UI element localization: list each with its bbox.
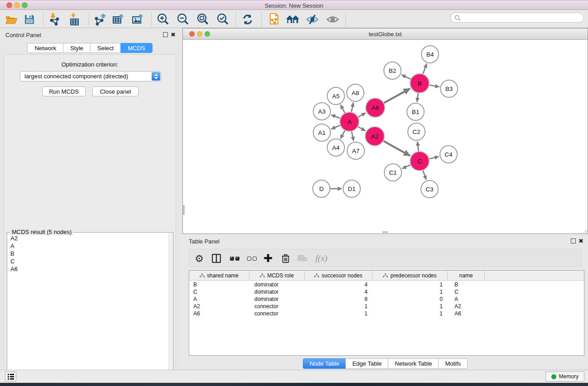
zoom-fit-icon[interactable] (195, 12, 210, 27)
graph-node-label: A1 (318, 129, 326, 136)
network-from-document-icon[interactable] (266, 12, 282, 27)
desktop-background (0, 383, 588, 386)
cell: 4 (305, 281, 373, 288)
column-header-name[interactable]: name (448, 271, 485, 281)
deselect-all-checkboxes-icon[interactable] (244, 251, 259, 266)
cell: C (448, 288, 485, 295)
graph-edge[interactable] (352, 131, 354, 141)
import-table-icon[interactable] (67, 12, 82, 27)
cell: B (189, 281, 249, 288)
network-graph[interactable]: AA1A2A3A4A5A6A7A8BB1B2B3B4CC1C2C3C4DD1 (183, 40, 588, 234)
graph-edge[interactable] (340, 105, 345, 113)
scrollbar[interactable] (382, 231, 388, 233)
table-body: Bdominator41B Cdominator41C Adominator80… (189, 281, 584, 317)
run-mcds-button[interactable]: Run MCDS (42, 86, 86, 96)
export-table-icon[interactable] (111, 12, 127, 27)
import-network-icon[interactable] (47, 12, 62, 27)
export-image-icon[interactable] (131, 12, 146, 27)
graph-edge[interactable] (430, 85, 440, 87)
table-row[interactable]: Adominator80A (189, 295, 584, 303)
graph-edge[interactable] (384, 89, 410, 103)
table-row[interactable]: Cdominator41C (189, 288, 584, 295)
cell: A2 (189, 303, 249, 310)
search-input[interactable] (463, 14, 580, 22)
column-header-shared-name[interactable]: shared name (189, 271, 249, 281)
list-item[interactable]: C (8, 257, 169, 265)
table-row[interactable]: A6connector11A6 (189, 310, 584, 317)
zoom-in-icon[interactable] (155, 12, 171, 27)
mcds-result-list[interactable]: A2 A B C A6 (8, 234, 169, 273)
optimization-criterion-dropdown[interactable]: largest connected component (directed) (20, 71, 161, 81)
graph-edge[interactable] (331, 115, 340, 118)
open-session-icon[interactable] (4, 12, 19, 27)
zoom-selected-icon[interactable] (215, 12, 230, 27)
function-builder-icon: f(x) (312, 251, 330, 266)
column-header-mcds-role[interactable]: MCDS role (249, 271, 305, 281)
column-header-successor-nodes[interactable]: successor nodes (305, 271, 373, 281)
close-panel-icon[interactable]: ✖ (171, 31, 176, 38)
tab-select[interactable]: Select (90, 43, 120, 53)
scrollbar[interactable] (183, 205, 185, 215)
column-header-predecessor-nodes[interactable]: predecessor nodes (373, 271, 448, 281)
save-session-icon[interactable] (22, 12, 37, 27)
graph-edge[interactable] (402, 165, 410, 169)
list-item[interactable]: A6 (8, 265, 169, 273)
export-network-icon[interactable] (92, 12, 107, 27)
graph-edge[interactable] (417, 93, 418, 102)
network-canvas[interactable]: AA1A2A3A4A5A6A7A8BB1B2B3B4CC1C2C3C4DD1 (183, 40, 588, 234)
add-column-icon[interactable]: ✚ (261, 251, 275, 266)
delete-column-icon[interactable] (278, 251, 293, 266)
float-panel-icon[interactable] (163, 32, 168, 37)
table-tabs: Node Table Edge Table Network Table Moti… (182, 358, 588, 369)
tab-edge-table[interactable]: Edge Table (345, 358, 388, 369)
graph-edge[interactable] (423, 64, 426, 74)
graph-edge[interactable] (358, 113, 366, 117)
list-item[interactable]: B (8, 250, 169, 257)
network-view-title: testGlobe.txt (183, 31, 588, 38)
graph-edge[interactable] (423, 171, 426, 180)
graph-edge[interactable] (331, 125, 340, 129)
show-all-icon[interactable] (325, 12, 340, 27)
graph-edge[interactable] (358, 127, 365, 131)
graph-edge[interactable] (383, 141, 410, 156)
attribute-tree-icon (314, 273, 319, 278)
graph-edge[interactable] (402, 75, 411, 79)
list-item[interactable]: A (8, 242, 169, 250)
show-columns-icon[interactable] (209, 251, 224, 266)
close-panel-button[interactable]: Close panel (92, 86, 139, 96)
graph-edge[interactable] (429, 157, 439, 159)
dropdown-stepper-icon (152, 72, 160, 81)
graph-node-label: C (417, 158, 422, 165)
attribute-tree-icon (383, 273, 388, 278)
zoom-out-icon[interactable] (175, 12, 191, 27)
tab-style[interactable]: Style (63, 43, 90, 53)
select-all-checkboxes-icon[interactable] (227, 251, 242, 266)
scrollbar[interactable] (168, 233, 172, 382)
home-icon[interactable] (285, 12, 300, 27)
tab-mcds[interactable]: MCDS (120, 43, 152, 53)
memory-button[interactable]: Memory (545, 372, 584, 381)
network-window-titlebar: testGlobe.txt (183, 29, 588, 40)
list-item[interactable]: A2 (8, 234, 169, 242)
resize-grip[interactable] (582, 228, 588, 234)
cell: dominator (249, 281, 305, 288)
cell: A (448, 295, 485, 303)
table-row[interactable]: Bdominator41B (189, 281, 584, 288)
graph-edge[interactable] (340, 130, 345, 138)
settings-gear-icon[interactable]: ⚙ (192, 251, 206, 266)
tab-node-table[interactable]: Node Table (303, 358, 346, 369)
cell: 1 (305, 310, 373, 317)
tab-network[interactable]: Network (27, 43, 63, 53)
graph-edge[interactable] (417, 142, 418, 151)
task-history-button[interactable] (5, 372, 16, 381)
table-row[interactable]: A2connector11A2 (189, 303, 584, 310)
tab-motifs[interactable]: Motifs (438, 358, 468, 369)
cell: dominator (249, 295, 305, 303)
graph-node-label: B1 (412, 109, 420, 115)
graph-edge[interactable] (351, 103, 353, 112)
float-panel-icon[interactable] (571, 238, 576, 243)
hide-selected-icon[interactable] (305, 12, 320, 27)
close-panel-icon[interactable]: ✖ (578, 238, 583, 244)
tab-network-table[interactable]: Network Table (388, 358, 438, 369)
refresh-layout-icon[interactable] (240, 12, 255, 27)
